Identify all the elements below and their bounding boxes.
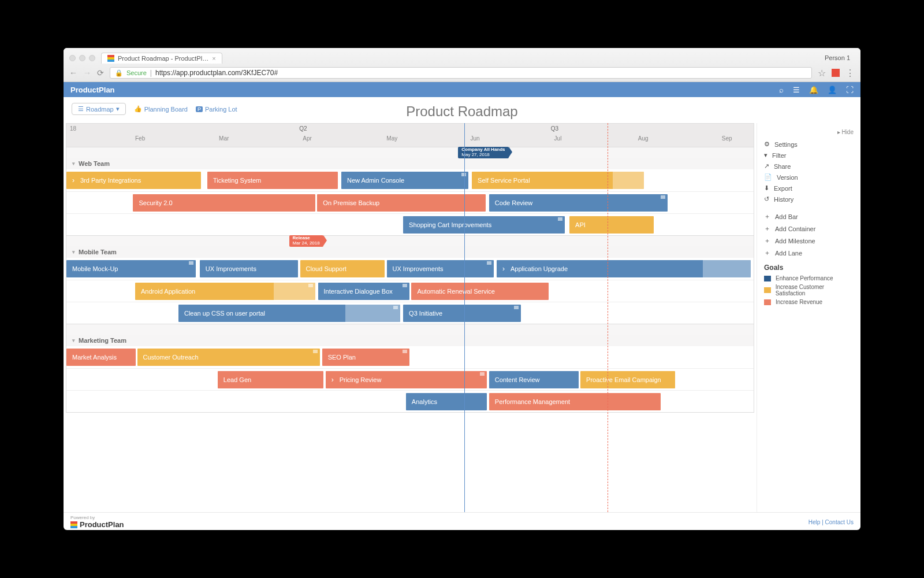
help-link[interactable]: Help — [808, 519, 821, 525]
comment-icon[interactable] — [514, 306, 519, 309]
reload-icon[interactable]: ⟳ — [97, 68, 104, 77]
search-icon[interactable]: ⌕ — [779, 86, 784, 94]
plus-icon: ＋ — [764, 212, 770, 221]
roadmap-bar[interactable]: On Premise Backup — [317, 194, 486, 212]
roadmap-bar[interactable]: ›3rd Party Integrations — [66, 172, 201, 189]
lane: ▾ Web Team›3rd Party IntegrationsTicketi… — [66, 158, 754, 236]
comment-icon[interactable] — [393, 306, 398, 309]
sidebar-item-add-lane[interactable]: ＋Add Lane — [764, 247, 854, 259]
roadmap-bar[interactable]: Performance Management — [489, 393, 661, 410]
comment-icon[interactable] — [558, 217, 562, 221]
lane: ▾ Marketing TeamMarket AnalysisCustomer … — [66, 335, 754, 413]
roadmap-bar[interactable]: Interactive Dialogue Box — [318, 283, 409, 300]
topbar: ProductPlan ⌕ ☰ 🔔 👤 ⛶ — [64, 82, 860, 97]
roadmap-bar[interactable]: UX Improvements — [200, 260, 298, 277]
user-icon[interactable]: 👤 — [828, 86, 837, 94]
parking-lot-link[interactable]: P Parking Lot — [196, 106, 237, 113]
roadmap-bar[interactable]: Customer Outreach — [137, 349, 321, 366]
close-icon[interactable]: × — [212, 55, 215, 62]
comment-icon[interactable] — [313, 350, 318, 353]
sidebar-item-add-milestone[interactable]: ＋Add Milestone — [764, 235, 854, 247]
goal-legend-item[interactable]: Increase Revenue — [764, 298, 854, 306]
plus-icon: ＋ — [764, 249, 770, 257]
milestone[interactable]: Company All HandsMay 27, 2018 — [458, 147, 508, 158]
browser-tab[interactable]: Product Roadmap - ProductPl… × — [101, 53, 222, 64]
month-label: Feb — [135, 135, 145, 142]
roadmap-bar[interactable]: Clean up CSS on user portal — [178, 305, 400, 322]
sidebar-item-share[interactable]: ↗Share — [764, 161, 854, 172]
sidebar-item-history[interactable]: ↺History — [764, 194, 854, 205]
comment-icon[interactable] — [308, 284, 313, 287]
comment-icon[interactable] — [189, 261, 193, 265]
month-label: May — [386, 135, 397, 142]
fullscreen-icon[interactable]: ⛶ — [846, 86, 854, 94]
comment-icon[interactable] — [403, 284, 407, 287]
sidebar-item-filter[interactable]: ▾Filter — [764, 150, 854, 161]
sidebar-item-add-bar[interactable]: ＋Add Bar — [764, 210, 854, 223]
comment-icon[interactable] — [480, 372, 485, 376]
lane-header[interactable]: ▾ Mobile Team — [66, 246, 754, 258]
lane-row: Mobile Mock-UpUX ImprovementsCloud Suppo… — [66, 258, 754, 280]
star-icon[interactable]: ☆ — [818, 68, 826, 79]
roadmap-bar[interactable]: Security 2.0 — [133, 194, 315, 212]
kebab-icon[interactable]: ⋮ — [845, 68, 855, 79]
roadmap-bar[interactable]: Self Service Portal — [472, 172, 644, 189]
roadmap-bar[interactable]: Q3 Initiative — [403, 305, 520, 322]
profile-badge[interactable]: Person 1 — [820, 53, 855, 62]
comment-icon[interactable] — [661, 195, 665, 199]
sidebar-item-version[interactable]: 📄Version — [764, 172, 854, 183]
roadmap-bar[interactable]: Proactive Email Campaign — [580, 371, 675, 388]
month-label: Sep — [722, 135, 732, 142]
roadmap-bar[interactable]: ›Application Upgrade — [497, 260, 751, 277]
roadmap-view-button[interactable]: ☰ Roadmap ▾ — [72, 103, 126, 115]
filter-icon: ▾ — [764, 151, 767, 159]
milestone[interactable]: ReleaseMar 24, 2018 — [289, 235, 323, 247]
lane-row: AnalyticsPerformance Management — [66, 390, 754, 412]
logo-icon — [70, 521, 77, 528]
history-icon: ↺ — [764, 195, 769, 203]
url-text: https://app.productplan.com/3KfJEC70# — [155, 69, 278, 77]
bell-icon[interactable]: 🔔 — [809, 86, 818, 94]
sidebar-item-add-container[interactable]: ＋Add Container — [764, 223, 854, 235]
address-bar[interactable]: 🔒 Secure | https://app.productplan.com/3… — [110, 67, 812, 79]
comment-icon[interactable] — [487, 261, 491, 265]
roadmap-bar[interactable]: Mobile Mock-Up — [66, 260, 196, 277]
forward-icon[interactable]: → — [83, 68, 91, 77]
roadmap-bar[interactable]: Content Review — [489, 371, 579, 388]
sidebar-item-export[interactable]: ⬇Export — [764, 183, 854, 194]
goal-legend-item[interactable]: Increase Customer Satisfaction — [764, 283, 854, 298]
timeline[interactable]: − + 18 FebMarAprMayJunJulAugSepQ2Q3 Comp… — [64, 123, 757, 512]
comment-icon[interactable] — [403, 350, 407, 353]
roadmap-bar[interactable]: Code Review — [489, 194, 668, 212]
roadmap-bar[interactable]: ›Pricing Review — [326, 371, 487, 388]
sidebar-item-settings[interactable]: ⚙Settings — [764, 139, 854, 150]
browser-chrome: Product Roadmap - ProductPl… × Person 1 … — [64, 48, 860, 82]
planning-board-link[interactable]: 👍 Planning Board — [134, 105, 188, 113]
roadmap-bar[interactable]: Market Analysis — [66, 349, 136, 366]
roadmap-bar[interactable]: Lead Gen — [218, 371, 323, 388]
roadmap-bar[interactable]: Ticketing System — [207, 172, 338, 189]
goal-legend-item[interactable]: Enhance Performance — [764, 274, 854, 283]
roadmap-bar[interactable]: Automatic Renewal Service — [411, 283, 549, 300]
roadmap-bar[interactable]: UX Improvements — [387, 260, 494, 277]
lane-row: Lead Gen›Pricing ReviewContent ReviewPro… — [66, 368, 754, 390]
marker-line[interactable] — [608, 123, 608, 512]
roadmap-bar[interactable]: New Admin Console — [341, 172, 468, 189]
roadmap-bar[interactable]: Shopping Cart Improvements — [403, 216, 565, 234]
footer-logo[interactable]: ProductPlan — [70, 520, 124, 529]
lane-header[interactable]: ▾ Marketing Team — [66, 335, 754, 346]
roadmap-bar[interactable]: Analytics — [406, 393, 487, 410]
extension-icon[interactable] — [832, 69, 840, 77]
hide-sidebar-link[interactable]: ▸ Hide — [764, 129, 854, 135]
month-label: Jun — [470, 135, 479, 142]
roadmap-bar[interactable]: Android Application — [135, 283, 315, 300]
back-icon[interactable]: ← — [69, 68, 77, 77]
month-label: Apr — [303, 135, 312, 142]
lane-header[interactable]: ▾ Web Team — [66, 158, 754, 169]
roadmap-bar[interactable]: API — [569, 216, 654, 234]
roadmap-bar[interactable]: SEO Plan — [322, 349, 409, 366]
roadmap-bar[interactable]: Cloud Support — [300, 260, 385, 277]
settings-icon[interactable]: ☰ — [793, 86, 800, 94]
contact-link[interactable]: Contact Us — [825, 519, 854, 525]
window-controls[interactable] — [69, 55, 95, 61]
